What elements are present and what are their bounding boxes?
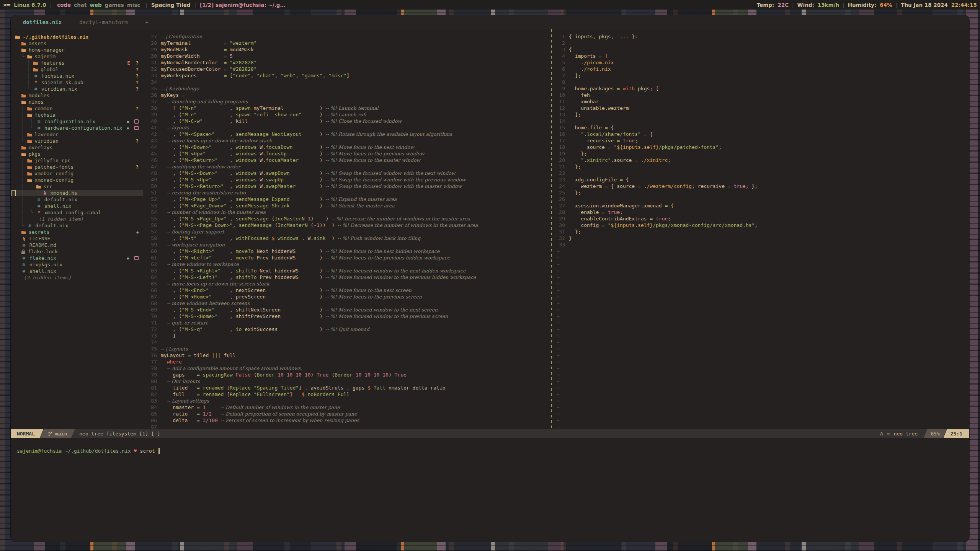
shell-prompt[interactable]: sajenim@fuchsia ~/.github/dotfiles.nix ♥… (11, 447, 160, 455)
workspace-games[interactable]: games (105, 2, 124, 8)
tree-item-hardware-configuration.nix[interactable]: │ └ ❄hardware-configuration.nix● (11, 125, 143, 131)
tree-item-label: flake.lock (28, 249, 58, 254)
tree-item-xmonad-config[interactable]: │ xmonad-config (11, 177, 143, 183)
tree-item-jellyfin-rpc[interactable]: │ jellyfin-rpc (11, 157, 143, 164)
tree-item-viridian.nix[interactable]: └ ❄viridian.nix? (11, 86, 143, 92)
code-line: 79 gaps = spacingRaw False (Border 10 10… (143, 372, 551, 378)
tree-item-flake.lock[interactable]: flake.lock (11, 248, 143, 255)
tree-item-xmobar-config[interactable]: │ xmobar-config (11, 170, 143, 177)
tree-item-shell.nix[interactable]: ❄shell.nix (11, 268, 143, 274)
tree-item-xmonad-config.cabal[interactable]: │ └ *xmonad-config.cabal (11, 209, 143, 216)
code-line: 62 -- move window to workspace (143, 261, 551, 268)
code-line: 42 , ("M-<Space>" , sendMessage NextLayo… (143, 131, 551, 138)
tree-item--.github-dotfiles.nix[interactable]: ~/.github/dotfiles.nix (11, 34, 143, 40)
tree-item-default.nix[interactable]: └ ❄default.nix (11, 222, 143, 229)
tree-item-nixpkgs.nix[interactable]: ❄nixpkgs.nix (11, 261, 143, 268)
tree-item-assets[interactable]: assets (11, 40, 143, 47)
code-line: 1{ inputs, pkgs, ... }: (554, 34, 969, 40)
tree-item-nixos[interactable]: nixos (11, 99, 143, 105)
tree-item-sajenim-sk.pub[interactable]: │ *sajenim_sk.pub? (11, 79, 143, 86)
line-number: 82 (143, 391, 161, 397)
tree-item-home-manager[interactable]: home-manager (11, 47, 143, 53)
editor-pane-nix[interactable]: 1{ inputs, pkgs, ... }:23{4 imports = [5… (554, 29, 969, 429)
line-number: 14 (554, 118, 569, 124)
tree-guide: │ └ (15, 190, 42, 196)
workspace-misc[interactable]: misc (127, 2, 140, 8)
xmobar-left: »= Linux 6.7.0 | codechatwebgamesmisc | … (3, 2, 285, 8)
line-number: 27 (554, 203, 569, 209)
tree-item-src[interactable]: │ src (11, 183, 143, 190)
tree-item-fuchsia.nix[interactable]: │ ❄fuchsia.nix? (11, 73, 143, 79)
untracked-badge: ? (136, 86, 139, 92)
tab-dactyl-manuform[interactable]: dactyl-manuform (79, 19, 127, 25)
tree-item-readme.md[interactable]: ▤README.md (11, 242, 143, 248)
line-number: 44 (143, 144, 161, 150)
tree-guide: │ (15, 184, 36, 189)
tree-item-pkgs[interactable]: pkgs (11, 151, 143, 157)
workspace-chat[interactable]: chat (74, 2, 87, 8)
tree-item-configuration.nix[interactable]: │ │ ❄configuration.nix● (11, 118, 143, 125)
code-line: 7 ]; (554, 73, 969, 79)
line-number: 85 (143, 411, 161, 417)
tree-guide (15, 47, 21, 53)
tree-guide (15, 145, 21, 150)
tree-item--3-hidden-items-[interactable]: (3 hidden items) (11, 274, 143, 281)
tree-item-lavender[interactable]: │ lavender (11, 131, 143, 138)
nix-file-icon: ❄ (36, 125, 42, 131)
tree-guide: │ (15, 216, 36, 222)
modified-square-icon (134, 126, 139, 130)
prompt-command: scrot (140, 448, 155, 454)
editor-pane-xmonad-hs[interactable]: 27-- | Configuration28myTerminal = "wezt… (143, 29, 551, 429)
workspace-web[interactable]: web (90, 2, 101, 8)
empty-buffer-line: ~ (554, 320, 969, 326)
line-number: 80 (143, 378, 161, 384)
tree-item-default.nix[interactable]: │ ❄default.nix (11, 196, 143, 203)
line-number: 30 (143, 53, 161, 59)
tree-item-fuchsia[interactable]: │ fuchsia (11, 112, 143, 118)
neo-tree-sidebar[interactable]: ~/.github/dotfiles.nix assets home-manag… (11, 29, 143, 429)
tree-item-sajenim[interactable]: └ sajenim (11, 53, 143, 60)
tree-item-modules[interactable]: modules (11, 92, 143, 99)
tree-guide: │ │ (15, 119, 36, 124)
tree-item-license[interactable]: §LICENSE (11, 235, 143, 242)
empty-buffer-line: ~ (554, 378, 969, 385)
code-line: 35-- | Keybindings (143, 86, 551, 92)
tree-item-secrets[interactable]: secrets● (11, 229, 143, 235)
tab-dotfiles[interactable]: dotfiles.nix (23, 19, 62, 25)
folder-open-icon (21, 152, 26, 156)
temp-value: 22C (777, 2, 789, 8)
workspace-code[interactable]: code (57, 2, 71, 8)
date-display: Thu Jan 18 2024 (901, 2, 948, 8)
tree-item-label: hardware-configuration.nix (44, 125, 122, 131)
window-split-separator[interactable] (551, 29, 552, 429)
code-line: 32myFocusedBorderColor = "#282828" (143, 66, 551, 73)
tree-item-overlays[interactable]: overlays (11, 144, 143, 151)
tree-item-global[interactable]: │ global? (11, 66, 143, 73)
tree-item--1-hidden-item-[interactable]: │ (1 hidden item) (11, 216, 143, 222)
line-number: 11 (554, 99, 569, 104)
statusline-filetype: neo-tree (894, 429, 918, 438)
temp-label: Temp: (757, 2, 774, 8)
new-tab-button[interactable]: + (145, 19, 149, 25)
tree-item-shell.nix[interactable]: │ ❄shell.nix (11, 203, 143, 209)
line-number: 30 (554, 222, 569, 228)
git-status-badges: ● (127, 256, 143, 260)
code-line: 32} (554, 235, 969, 242)
code-line: 84 nmaster = 1 -- Default number of wind… (143, 404, 551, 411)
untracked-badge: ? (136, 80, 139, 85)
tree-item-features[interactable]: │ featuresE? (11, 60, 143, 66)
folder-closed-icon (33, 61, 38, 65)
tree-item-viridian[interactable]: └ viridian? (11, 138, 143, 144)
workspace-list: codechatwebgamesmisc (56, 2, 142, 8)
line-number: 24 (554, 183, 569, 189)
tree-item-common[interactable]: │ common? (11, 105, 143, 112)
tree-item-patched-fonts[interactable]: │ patched-fonts? (11, 164, 143, 170)
untracked-badge: ? (136, 73, 139, 79)
tree-guide (15, 255, 21, 261)
tree-item-flake.nix[interactable]: ❄flake.nix● (11, 255, 143, 261)
code-line: 15 home.file = { (554, 125, 969, 131)
tree-guide (15, 41, 21, 46)
tree-item-xmonad.hs[interactable]: │ └ λxmonad.hs (11, 190, 143, 196)
line-number: 43 (143, 138, 161, 143)
tree-guide: └ (15, 54, 27, 59)
